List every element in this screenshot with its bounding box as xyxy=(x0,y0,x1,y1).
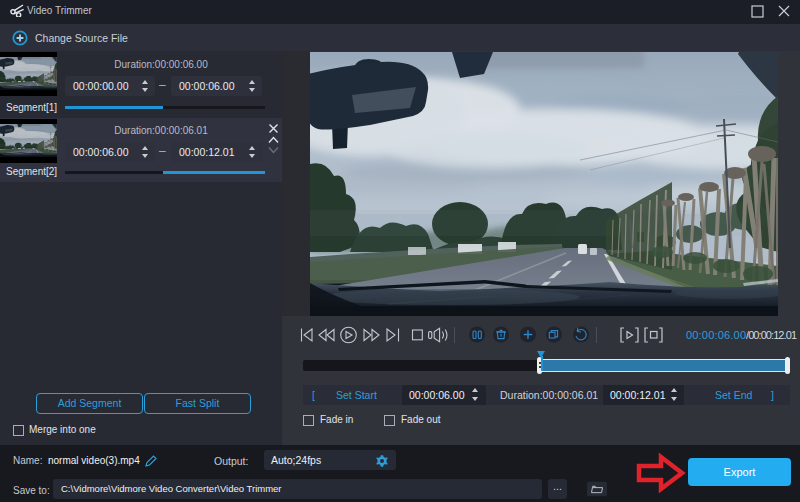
svg-text:/00:00:12.01: /00:00:12.01 xyxy=(746,329,797,341)
svg-text:00:00:06.00: 00:00:06.00 xyxy=(686,329,746,341)
